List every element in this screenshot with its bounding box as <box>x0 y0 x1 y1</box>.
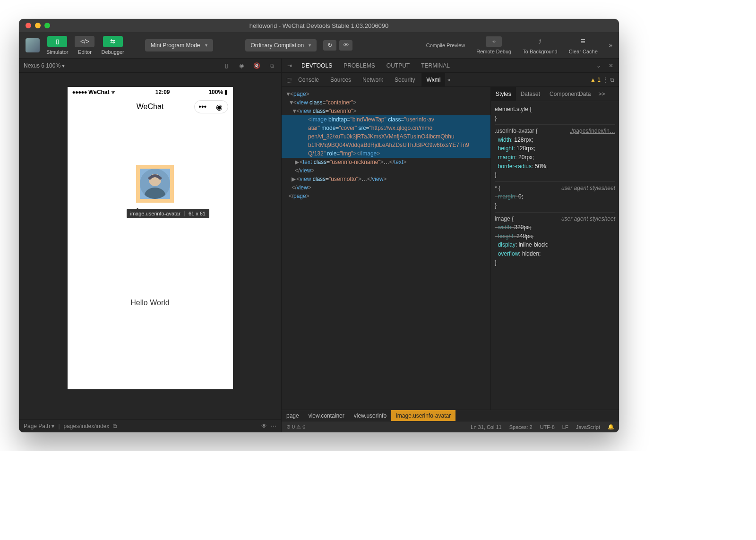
page-path-label[interactable]: Page Path ▾ <box>24 423 54 429</box>
zoom-window-button[interactable] <box>44 23 50 28</box>
status-indent[interactable]: Spaces: 2 <box>509 424 533 430</box>
rule-image: image {user agent stylesheet width: 320p… <box>495 213 615 269</box>
to-background-button[interactable]: ⤴ To Background <box>523 36 557 54</box>
status-language[interactable]: JavaScript <box>576 424 600 430</box>
editor-toggle[interactable]: </> Editor <box>75 36 94 55</box>
avatar-image[interactable] <box>140 169 170 199</box>
compilation-label: Ordinary Compilation <box>251 42 304 49</box>
compilation-dropdown[interactable]: Ordinary Compilation ▾ <box>245 39 317 51</box>
mute-icon[interactable]: 🔇 <box>252 62 261 69</box>
inspect-size: 61 x 61 <box>185 211 209 216</box>
rule-element-style: element.style { } <box>495 103 615 125</box>
simulator-footer: Page Path ▾ | pages/index/index ⧉ 👁 ⋯ <box>19 419 281 432</box>
tab-output[interactable]: OUTPUT <box>382 59 414 73</box>
mode-dropdown[interactable]: Mini Program Mode ▾ <box>145 39 213 51</box>
styles-rules[interactable]: element.style { } .userinfo-avatar {./pa… <box>491 101 619 410</box>
devtools-subtabs: ⬚ Console Sources Network Security Wxml … <box>282 73 619 87</box>
styles-overflow[interactable]: >> <box>595 87 608 101</box>
styles-tab-styles[interactable]: Styles <box>491 87 516 101</box>
copy-path-icon[interactable]: ⧉ <box>113 423 117 429</box>
status-problems[interactable]: ⊘ 0 ⚠ 0 <box>286 424 305 430</box>
hello-text: Hello World <box>68 299 233 307</box>
device-select[interactable]: Nexus 6 100% ▾ <box>24 62 65 69</box>
close-panel-icon[interactable]: ✕ <box>606 62 616 69</box>
bug-icon: ⇆ <box>103 36 123 47</box>
simulator-toggle[interactable]: ▯ Simulator <box>46 36 68 55</box>
background-icon: ⤴ <box>532 36 548 47</box>
layers-icon: ☰ <box>575 36 591 47</box>
debugger-toggle[interactable]: ⇆ Debugger <box>101 36 124 55</box>
subtab-wxml[interactable]: Wxml <box>421 73 445 87</box>
capsule-buttons: ••• ◉ <box>194 100 228 113</box>
clear-cache-button[interactable]: ☰ Clear Cache <box>569 36 598 54</box>
rule-universal: * {user agent stylesheet margin: 0; } <box>495 182 615 213</box>
panel-toggle-icon[interactable]: ⇥ <box>284 62 295 69</box>
close-window-button[interactable] <box>26 23 31 28</box>
status-time: 12:09 <box>155 89 170 95</box>
dock-icon[interactable]: ⧉ <box>610 77 614 83</box>
crumb-page[interactable]: page <box>282 410 304 421</box>
bell-icon[interactable]: 🔔 <box>608 424 614 430</box>
eye-icon[interactable]: 👁 <box>261 423 267 429</box>
styles-pane: Styles Dataset ComponentData >> element.… <box>490 87 619 410</box>
selected-element-row[interactable]: <image bindtap="bindViewTap" class="user… <box>282 115 490 158</box>
inspect-element-icon[interactable]: ⬚ <box>286 77 292 83</box>
main-toolbar: ▯ Simulator </> Editor ⇆ Debugger Mini P… <box>19 32 619 59</box>
preview-button[interactable]: 👁 <box>339 40 352 51</box>
nav-bar: WeChat ••• ◉ <box>68 97 233 116</box>
simulator-label: Simulator <box>46 49 68 55</box>
styles-tabs: Styles Dataset ComponentData >> <box>491 87 619 101</box>
code-icon: </> <box>75 36 94 47</box>
tab-devtools[interactable]: DEVTOOLS <box>297 59 337 73</box>
window-controls <box>19 23 50 28</box>
copy-icon[interactable]: ⧉ <box>267 62 276 69</box>
capsule-close-button[interactable]: ◉ <box>211 101 228 113</box>
kebab-menu-icon[interactable]: ⋮ <box>602 77 608 83</box>
chevron-down-icon[interactable]: ⌄ <box>593 62 604 69</box>
crumb-container[interactable]: view.container <box>304 410 349 421</box>
simulator-column: Nexus 6 100% ▾ ▯ ◉ 🔇 ⧉ ●●●●● WeChat ᯤ 12… <box>19 59 282 432</box>
styles-tab-componentdata[interactable]: ComponentData <box>545 87 595 101</box>
subtab-security[interactable]: Security <box>390 73 420 87</box>
phone-icon: ▯ <box>47 36 67 47</box>
tab-terminal[interactable]: TERMINAL <box>416 59 455 73</box>
record-icon[interactable]: ◉ <box>237 62 246 69</box>
status-encoding[interactable]: UTF-8 <box>540 424 555 430</box>
overflow-icon[interactable]: » <box>447 77 450 83</box>
warning-badge[interactable]: ▲ 1 <box>590 77 601 83</box>
refresh-button[interactable]: ↻ <box>323 40 336 51</box>
more-icon[interactable]: ⋯ <box>271 423 276 429</box>
elements-tree[interactable]: ▼<page> ▼<view class="container"> ▼<view… <box>282 87 490 410</box>
crumb-userinfo[interactable]: view.userinfo <box>349 410 391 421</box>
simulator-canvas: ●●●●● WeChat ᯤ 12:09 100% ▮ WeChat ••• ◉ <box>19 73 281 419</box>
subtab-console[interactable]: Console <box>293 73 324 87</box>
inspect-selector: image.userinfo-avatar <box>127 211 185 216</box>
minimize-window-button[interactable] <box>35 23 41 28</box>
remote-debug-icon: ⟡ <box>486 36 502 47</box>
compile-preview-label: Compile Preview <box>426 43 465 48</box>
account-avatar[interactable] <box>26 38 40 52</box>
titlebar: helloworld - WeChat Devtools Stable 1.03… <box>19 19 619 32</box>
styles-tab-dataset[interactable]: Dataset <box>516 87 545 101</box>
status-eol[interactable]: LF <box>562 424 568 430</box>
rule-userinfo-avatar: .userinfo-avatar {./pages/index/in… widt… <box>495 125 615 182</box>
mode-label: Mini Program Mode <box>151 42 200 49</box>
devtools-tabs: ⇥ DEVTOOLS PROBLEMS OUTPUT TERMINAL ⌄ ✕ <box>282 59 619 73</box>
status-cursor[interactable]: Ln 31, Col 11 <box>471 424 501 430</box>
status-bar: ●●●●● WeChat ᯤ 12:09 100% ▮ <box>68 87 233 97</box>
remote-debug-button[interactable]: ⟡ Remote Debug <box>476 36 511 54</box>
devtools-column: ⇥ DEVTOOLS PROBLEMS OUTPUT TERMINAL ⌄ ✕ … <box>282 59 619 432</box>
editor-label: Editor <box>78 49 92 55</box>
rule-source-link[interactable]: ./pages/index/in… <box>570 127 615 136</box>
subtab-network[interactable]: Network <box>358 73 388 87</box>
tab-problems[interactable]: PROBLEMS <box>339 59 380 73</box>
nav-title: WeChat <box>137 103 164 111</box>
device-phone-icon[interactable]: ▯ <box>222 62 231 69</box>
subtab-sources[interactable]: Sources <box>326 73 356 87</box>
capsule-menu-button[interactable]: ••• <box>195 101 212 113</box>
userinfo-avatar-highlight <box>136 165 174 203</box>
toolbar-overflow-button[interactable]: » <box>609 42 612 49</box>
element-breadcrumbs: page view.container view.userinfo image.… <box>282 410 619 421</box>
window-title: helloworld - WeChat Devtools Stable 1.03… <box>19 22 619 29</box>
crumb-avatar[interactable]: image.userinfo-avatar <box>391 410 455 421</box>
